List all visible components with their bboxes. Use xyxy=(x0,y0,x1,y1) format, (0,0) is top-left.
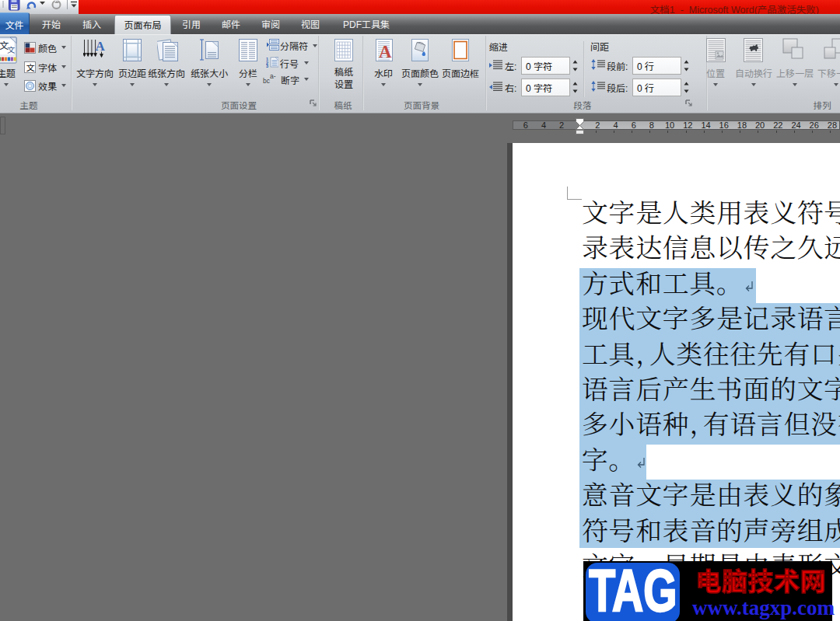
svg-text:文: 文 xyxy=(7,44,15,55)
svg-text:A: A xyxy=(96,39,106,54)
svg-text:a-: a- xyxy=(270,73,276,80)
svg-text:文: 文 xyxy=(26,61,35,73)
svg-text:A: A xyxy=(379,42,392,61)
svg-text:3: 3 xyxy=(266,64,268,68)
